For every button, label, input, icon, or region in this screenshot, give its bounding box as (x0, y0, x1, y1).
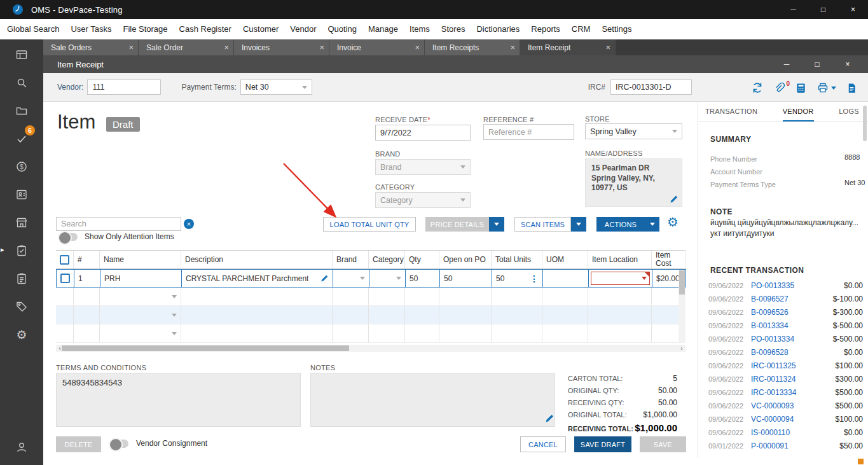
menu-reports[interactable]: Reports (525, 24, 566, 34)
tab-transaction[interactable]: TRANSACTION (705, 102, 757, 121)
app-restore-button[interactable]: □ (808, 0, 838, 19)
menu-cash-register[interactable]: Cash Register (174, 24, 237, 34)
menu-items[interactable]: Items (404, 24, 436, 34)
tab-invoices[interactable]: Invoices× (234, 39, 329, 55)
edit-address-button[interactable] (670, 195, 679, 204)
load-total-unit-qty-button[interactable]: LOAD TOTAL UNIT QTY (323, 217, 416, 232)
transaction-link[interactable]: VC-0000093 (751, 401, 794, 410)
scrollbar-thumb[interactable] (62, 345, 349, 351)
menu-vendor[interactable]: Vendor (284, 24, 322, 34)
tab-invoice[interactable]: Invoice× (329, 39, 425, 55)
menu-crm[interactable]: CRM (566, 24, 596, 34)
menu-customer[interactable]: Customer (237, 24, 284, 34)
transaction-link[interactable]: IRC-0011324 (751, 375, 796, 384)
panel-scrollbar[interactable] (863, 106, 867, 141)
edit-notes-button[interactable] (545, 413, 555, 423)
tab-close-icon[interactable]: × (224, 43, 229, 52)
reference-input[interactable] (483, 124, 574, 140)
tab-item-receipts[interactable]: Item Receipts× (425, 39, 520, 55)
tab-sale-orders[interactable]: Sale Orders× (43, 39, 139, 55)
table-horizontal-scrollbar[interactable]: ‹ › (56, 345, 685, 352)
tab-close-icon[interactable]: × (605, 43, 610, 52)
sidebar-item-settings[interactable]: ⚙ (8, 321, 36, 349)
cancel-button[interactable]: CANCEL (520, 436, 566, 452)
actions-button[interactable]: ACTIONS (596, 217, 645, 232)
scan-items-caret-button[interactable] (571, 217, 586, 232)
app-minimize-button[interactable]: ─ (778, 0, 808, 19)
menu-global-search[interactable]: Global Search (1, 24, 65, 34)
row-brand-select[interactable] (333, 269, 369, 288)
row-category-select[interactable] (369, 269, 406, 288)
qty-cell[interactable]: 50 (406, 269, 440, 288)
terms-textarea[interactable]: 5489345834543 (56, 373, 301, 427)
transaction-link[interactable]: PO-0013335 (751, 281, 794, 290)
menu-quoting[interactable]: Quoting (322, 24, 362, 34)
actions-caret-button[interactable] (645, 217, 659, 232)
transaction-link[interactable]: IRC-0013334 (751, 388, 796, 397)
sidebar-expand-arrow-icon[interactable]: ▸ (1, 246, 4, 254)
transaction-link[interactable]: B-0013334 (751, 321, 789, 330)
transaction-link[interactable]: B-0096526 (751, 308, 789, 317)
document-button[interactable] (846, 82, 858, 94)
sidebar-item-dashboard[interactable] (8, 41, 36, 69)
receive-date-input[interactable] (375, 125, 471, 141)
menu-manage[interactable]: Manage (362, 24, 404, 34)
transaction-link[interactable]: B-0096527 (751, 295, 789, 303)
transaction-link[interactable]: P-0000091 (751, 441, 789, 450)
new-item-select[interactable] (100, 324, 181, 342)
receipt-restore-button[interactable]: □ (802, 55, 832, 73)
attention-items-toggle[interactable] (59, 233, 78, 241)
irc-input[interactable] (610, 80, 692, 95)
item-row[interactable]: 1 PRH CRYSTAL PARCHMENT Parchment 50 50 … (56, 269, 685, 288)
print-button[interactable] (816, 81, 836, 94)
refresh-button[interactable] (751, 81, 764, 94)
transaction-link[interactable]: B-0096528 (751, 348, 789, 357)
tab-sale-order[interactable]: Sale Order× (139, 39, 234, 55)
tab-vendor[interactable]: VENDOR (783, 102, 814, 121)
transaction-link[interactable]: IS-0000110 (751, 428, 790, 437)
vendor-input[interactable] (87, 80, 161, 95)
tab-close-icon[interactable]: × (319, 43, 324, 52)
app-close-button[interactable]: × (838, 0, 868, 19)
tab-close-icon[interactable]: × (128, 43, 134, 52)
row-menu-button[interactable]: ⋮ (530, 274, 539, 283)
tab-close-icon[interactable]: × (510, 43, 515, 52)
attachments-button[interactable]: 0 (773, 82, 785, 94)
sidebar-item-store[interactable] (8, 209, 36, 237)
print-options-caret-icon[interactable] (831, 87, 836, 90)
select-all-checkbox[interactable] (60, 255, 69, 265)
receipt-close-button[interactable]: × (832, 55, 863, 73)
new-item-select[interactable] (100, 288, 181, 305)
row-checkbox[interactable] (60, 274, 70, 283)
sidebar-item-orders[interactable] (8, 265, 36, 293)
notification-indicator[interactable] (858, 459, 864, 464)
vendor-consignment-toggle[interactable] (109, 440, 128, 448)
menu-dictionaries[interactable]: Dictionaries (471, 24, 525, 34)
scrollbar-thumb[interactable] (679, 270, 685, 295)
edit-description-button[interactable] (320, 274, 329, 282)
new-item-select[interactable] (100, 306, 181, 324)
grid-settings-button[interactable]: ⚙ (667, 216, 679, 228)
scroll-right-icon[interactable]: › (678, 345, 685, 352)
menu-file-storage[interactable]: File Storage (117, 24, 173, 34)
search-input[interactable] (56, 217, 181, 231)
transaction-link[interactable]: IRC-0011325 (751, 361, 796, 370)
save-draft-button[interactable]: SAVE DRAFT (574, 436, 631, 452)
sidebar-item-profile[interactable] (8, 433, 36, 461)
clear-search-button[interactable]: × (184, 219, 194, 229)
price-details-caret-button[interactable] (489, 217, 504, 232)
scan-items-button[interactable]: SCAN ITEMS (514, 217, 571, 232)
sidebar-item-receipts[interactable] (8, 237, 36, 265)
sidebar-item-tags[interactable] (8, 293, 36, 321)
tab-logs[interactable]: LOGS (839, 102, 859, 121)
sidebar-item-finance[interactable]: $ (8, 153, 36, 181)
sidebar-item-tasks[interactable]: 6 (8, 125, 36, 153)
receipt-minimize-button[interactable]: ─ (771, 55, 802, 73)
transaction-link[interactable]: VC-0000094 (751, 415, 794, 424)
menu-settings[interactable]: Settings (596, 24, 637, 34)
sidebar-item-contacts[interactable] (8, 181, 36, 209)
uom-cell[interactable] (543, 269, 589, 288)
table-vertical-scrollbar[interactable] (679, 270, 685, 343)
sidebar-item-search[interactable] (8, 69, 36, 97)
menu-user-tasks[interactable]: User Tasks (65, 24, 117, 34)
